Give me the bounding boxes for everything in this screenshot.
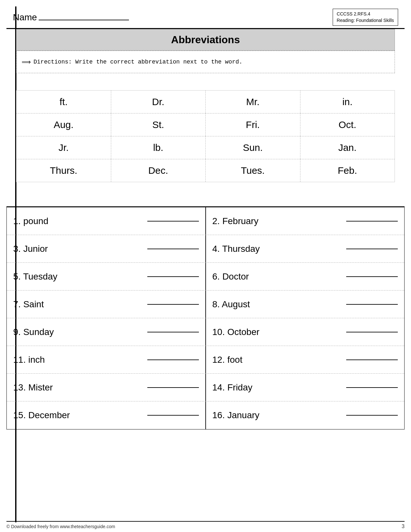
answer-line-13[interactable] bbox=[147, 387, 199, 388]
word-bank-cell: Feb. bbox=[300, 159, 395, 182]
exercise-left-15: 15. December bbox=[7, 401, 206, 429]
exercise-right-8: 8. August bbox=[206, 291, 405, 318]
word-bank-cell: Dr. bbox=[111, 91, 206, 113]
answer-line-5[interactable] bbox=[147, 276, 199, 277]
word-bank-cell: Aug. bbox=[16, 113, 111, 136]
word-bank-cell: ft. bbox=[16, 91, 111, 113]
exercise-left-1: 1. pound bbox=[7, 207, 206, 235]
page: Name CCCSS 2.RFS.4 Reading: Foundational… bbox=[0, 0, 411, 532]
exercise-left-3: 3. Junior bbox=[7, 235, 206, 262]
exercise-right-12: 12. foot bbox=[206, 346, 405, 373]
exercise-left-13: 13. Mister bbox=[7, 374, 206, 401]
directions-text: Directions: Write the correct abbreviati… bbox=[34, 59, 242, 65]
exercise-row: 5. Tuesday6. Doctor bbox=[7, 263, 404, 291]
word-bank-row: Aug.St.Fri.Oct. bbox=[16, 113, 395, 136]
exercise-word-6: 6. Doctor bbox=[212, 271, 343, 282]
exercise-row: 9. Sunday10. October bbox=[7, 318, 404, 346]
answer-line-14[interactable] bbox=[346, 387, 398, 388]
exercise-row: 3. Junior4. Thursday bbox=[7, 235, 404, 263]
exercise-row: 15. December16. January bbox=[7, 401, 404, 429]
word-bank-cell: Oct. bbox=[300, 113, 395, 136]
exercise-section: 1. pound2. February3. Junior4. Thursday5… bbox=[6, 206, 405, 514]
exercise-row: 11. inch12. foot bbox=[7, 346, 404, 374]
footer: © Downloaded freely from www.theteachers… bbox=[6, 521, 405, 529]
arrow-icon: ⟹ bbox=[22, 58, 31, 66]
exercise-right-14: 14. Friday bbox=[206, 374, 405, 401]
exercise-word-11: 11. inch bbox=[13, 355, 144, 365]
title-box: Abbreviations bbox=[16, 29, 395, 51]
exercise-left-11: 11. inch bbox=[7, 346, 206, 373]
exercise-right-10: 10. October bbox=[206, 318, 405, 346]
exercise-grid: 1. pound2. February3. Junior4. Thursday5… bbox=[6, 206, 405, 429]
exercise-left-7: 7. Saint bbox=[7, 291, 206, 318]
word-bank-cell: in. bbox=[300, 91, 395, 113]
name-line bbox=[39, 20, 129, 20]
word-bank-cell: St. bbox=[111, 113, 206, 136]
exercise-right-2: 2. February bbox=[206, 207, 405, 235]
exercise-word-10: 10. October bbox=[212, 327, 343, 337]
exercise-word-15: 15. December bbox=[13, 410, 144, 420]
answer-line-3[interactable] bbox=[147, 249, 199, 249]
word-bank-row: Jr.lb.Sun.Jan. bbox=[16, 136, 395, 159]
exercise-word-13: 13. Mister bbox=[13, 382, 144, 393]
standard-box: CCCSS 2.RFS.4 Reading: Foundational Skil… bbox=[333, 9, 398, 26]
answer-line-6[interactable] bbox=[346, 276, 398, 277]
word-bank-cell: Jan. bbox=[300, 136, 395, 159]
answer-line-8[interactable] bbox=[346, 304, 398, 305]
word-bank-cell: Tues. bbox=[206, 159, 300, 182]
answer-line-11[interactable] bbox=[147, 360, 199, 360]
exercise-word-9: 9. Sunday bbox=[13, 327, 144, 337]
answer-line-10[interactable] bbox=[346, 332, 398, 332]
exercise-right-6: 6. Doctor bbox=[206, 263, 405, 290]
exercise-word-7: 7. Saint bbox=[13, 299, 144, 310]
answer-line-1[interactable] bbox=[147, 221, 199, 222]
word-bank-cell: lb. bbox=[111, 136, 206, 159]
exercise-left-5: 5. Tuesday bbox=[7, 263, 206, 290]
answer-line-9[interactable] bbox=[147, 332, 199, 332]
exercise-left-9: 9. Sunday bbox=[7, 318, 206, 346]
answer-line-2[interactable] bbox=[346, 221, 398, 222]
word-bank-cell: Thurs. bbox=[16, 159, 111, 182]
word-bank-cell: Mr. bbox=[206, 91, 300, 113]
exercise-word-16: 16. January bbox=[212, 410, 343, 420]
exercise-row: 13. Mister14. Friday bbox=[7, 374, 404, 401]
header: Name CCCSS 2.RFS.4 Reading: Foundational… bbox=[6, 6, 405, 29]
word-bank-row: Thurs.Dec.Tues.Feb. bbox=[16, 159, 395, 182]
exercise-word-12: 12. foot bbox=[212, 355, 343, 365]
answer-line-4[interactable] bbox=[346, 249, 398, 249]
word-bank: ft.Dr.Mr.in.Aug.St.Fri.Oct.Jr.lb.Sun.Jan… bbox=[16, 90, 395, 182]
answer-line-15[interactable] bbox=[147, 415, 199, 416]
exercise-row: 1. pound2. February bbox=[7, 207, 404, 235]
exercise-word-1: 1. pound bbox=[13, 216, 144, 226]
footer-page-number: 3 bbox=[402, 524, 405, 529]
answer-line-12[interactable] bbox=[346, 360, 398, 360]
standard-line2: Reading: Foundational Skills bbox=[337, 17, 394, 24]
title-section: Abbreviations ⟹ Directions: Write the co… bbox=[16, 29, 395, 73]
name-section: Name bbox=[13, 12, 129, 23]
exercise-word-2: 2. February bbox=[212, 216, 343, 226]
exercise-word-4: 4. Thursday bbox=[212, 244, 343, 254]
word-bank-cell: Fri. bbox=[206, 113, 300, 136]
word-bank-row: ft.Dr.Mr.in. bbox=[16, 91, 395, 113]
word-bank-cell: Jr. bbox=[16, 136, 111, 159]
exercise-row: 7. Saint8. August bbox=[7, 291, 404, 318]
answer-line-7[interactable] bbox=[147, 304, 199, 305]
word-bank-cell: Sun. bbox=[206, 136, 300, 159]
exercise-word-8: 8. August bbox=[212, 299, 343, 310]
exercise-word-3: 3. Junior bbox=[13, 244, 144, 254]
answer-line-16[interactable] bbox=[346, 415, 398, 416]
exercise-word-5: 5. Tuesday bbox=[13, 271, 144, 282]
standard-line1: CCCSS 2.RFS.4 bbox=[337, 11, 394, 17]
word-bank-cell: Dec. bbox=[111, 159, 206, 182]
directions-box: ⟹ Directions: Write the correct abbrevia… bbox=[16, 51, 395, 73]
footer-copyright: © Downloaded freely from www.theteachers… bbox=[6, 524, 115, 529]
name-label: Name bbox=[13, 12, 37, 22]
exercise-word-14: 14. Friday bbox=[212, 382, 343, 393]
exercise-right-16: 16. January bbox=[206, 401, 405, 429]
exercise-right-4: 4. Thursday bbox=[206, 235, 405, 262]
title-text: Abbreviations bbox=[171, 34, 240, 45]
